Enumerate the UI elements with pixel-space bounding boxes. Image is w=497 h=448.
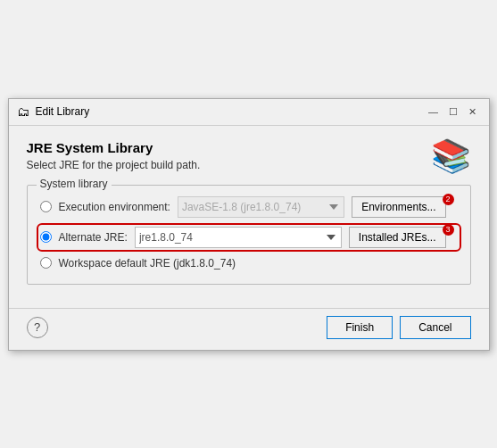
dialog-title: Edit Library — [36, 105, 90, 118]
alternate-jre-highlighted-container: Alternate JRE: jre1.8.0_74 Installed JRE… — [40, 227, 458, 248]
execution-environment-dropdown-wrapper: JavaSE-1.8 (jre1.8.0_74) — [178, 196, 344, 218]
title-icon: 🗂 — [16, 104, 30, 119]
dialog-footer: ? Finish Cancel — [9, 308, 489, 350]
dialog-body: JRE System Library Select JRE for the pr… — [9, 126, 489, 304]
environments-button[interactable]: Environments... — [352, 196, 445, 218]
alternate-jre-row: Alternate JRE: jre1.8.0_74 Installed JRE… — [40, 227, 458, 248]
execution-environment-row: Execution environment: JavaSE-1.8 (jre1.… — [40, 196, 458, 218]
footer-buttons: Finish Cancel — [327, 316, 470, 339]
alternate-jre-radio[interactable] — [40, 231, 52, 243]
system-library-group: System library Execution environment: Ja… — [27, 185, 471, 285]
installed-jres-button-wrapper: Installed JREs... 3 — [349, 227, 458, 248]
installed-jres-badge: 3 — [443, 224, 454, 236]
minimize-button[interactable]: — — [425, 103, 443, 120]
help-button[interactable]: ? — [27, 317, 48, 338]
dialog-header-text: JRE System Library Select JRE for the pr… — [27, 140, 201, 171]
title-bar-right: — ☐ ✕ — [425, 103, 482, 120]
close-button[interactable]: ✕ — [464, 103, 482, 120]
maximize-button[interactable]: ☐ — [444, 103, 462, 120]
books-icon: 📚 — [431, 140, 471, 172]
finish-button[interactable]: Finish — [327, 316, 393, 339]
alternate-jre-dropdown[interactable]: jre1.8.0_74 — [135, 227, 342, 248]
cancel-button[interactable]: Cancel — [400, 316, 470, 339]
title-bar-left: 🗂 Edit Library — [16, 104, 90, 119]
dialog-subtitle: Select JRE for the project build path. — [27, 159, 201, 171]
execution-environment-dropdown[interactable]: JavaSE-1.8 (jre1.8.0_74) — [178, 196, 344, 218]
group-box-label: System library — [37, 178, 112, 190]
workspace-jre-radio[interactable] — [40, 257, 52, 269]
installed-jres-button[interactable]: Installed JREs... — [349, 227, 446, 248]
alternate-jre-label: Alternate JRE: — [59, 231, 128, 244]
environments-badge: 2 — [443, 194, 454, 205]
edit-library-dialog: 🗂 Edit Library — ☐ ✕ JRE System Library … — [8, 98, 490, 351]
workspace-jre-row: Workspace default JRE (jdk1.8.0_74) — [40, 257, 458, 270]
execution-environment-label: Execution environment: — [59, 201, 170, 213]
execution-environment-radio[interactable] — [40, 201, 52, 212]
dialog-main-title: JRE System Library — [27, 140, 201, 155]
alternate-jre-dropdown-wrapper: jre1.8.0_74 — [135, 227, 342, 248]
workspace-jre-label: Workspace default JRE (jdk1.8.0_74) — [59, 257, 236, 270]
title-bar: 🗂 Edit Library — ☐ ✕ — [9, 99, 489, 126]
dialog-header: JRE System Library Select JRE for the pr… — [27, 140, 471, 172]
environments-button-wrapper: Environments... 2 — [352, 196, 457, 218]
